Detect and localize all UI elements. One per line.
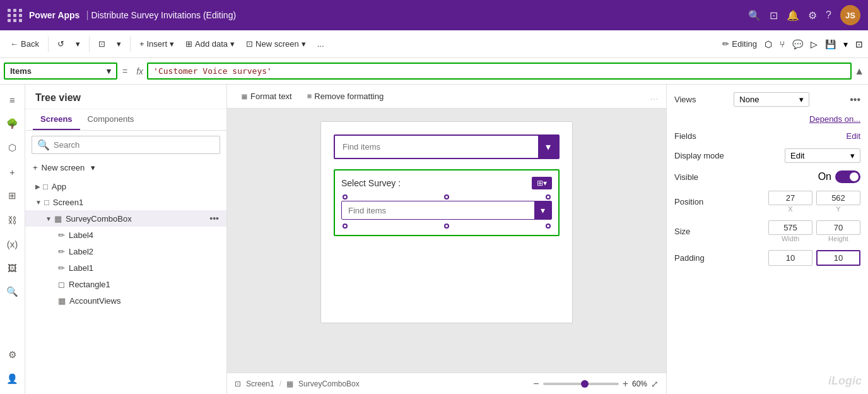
chevron-down6-icon[interactable]: ▾ — [843, 39, 848, 49]
zoom-out-button[interactable]: − — [533, 378, 539, 390]
sidebar-plus-icon[interactable]: + — [3, 162, 23, 182]
tree-item-rect1[interactable]: ◻ Rectangle1 ••• — [25, 276, 226, 292]
tab-screens[interactable]: Screens — [33, 109, 80, 130]
avatar[interactable]: JS — [840, 5, 860, 25]
clipboard-button[interactable]: ⊡ — [93, 37, 110, 51]
search-input[interactable] — [54, 140, 214, 150]
combo-more-icon[interactable]: ••• — [209, 213, 219, 224]
remove-formatting-button[interactable]: ≡ Remove formatting — [301, 89, 390, 104]
find-items-combo-inner[interactable]: ▾ — [341, 201, 552, 220]
depends-on-link[interactable]: Depends on... — [809, 114, 860, 124]
tree-item-label1[interactable]: ✏ Label1 ••• — [25, 260, 226, 276]
visible-toggle[interactable]: On — [818, 170, 860, 183]
tree-item-screen1[interactable]: ▼ □ Screen1 — [25, 194, 226, 210]
editing-text: Editing — [732, 39, 757, 49]
share-icon[interactable]: ⬡ — [765, 39, 772, 49]
search-icon[interactable]: 🔍 — [748, 9, 761, 21]
publish-icon[interactable]: ⊡ — [855, 39, 863, 49]
survey-icon-btn[interactable]: ⊞▾ — [532, 177, 552, 189]
add-data-button[interactable]: ⊞ Add data ▾ — [180, 37, 240, 51]
props-depends-row: Depends on... — [674, 114, 860, 124]
views-label: Views — [674, 95, 696, 104]
tree-item-surveycombobox[interactable]: ▼ ▦ SurveyComboBox ••• — [25, 210, 226, 227]
padding-input-2[interactable] — [816, 250, 860, 266]
tree-item-app[interactable]: ▶ □ App — [25, 179, 226, 194]
pos-x-input[interactable] — [768, 191, 812, 205]
sidebar-menu-icon[interactable]: ≡ — [3, 90, 23, 110]
display-mode-dropdown[interactable]: Edit ▾ — [785, 148, 860, 163]
sidebar-vars-icon[interactable]: (x) — [3, 234, 23, 254]
ellipsis-icon[interactable]: … — [650, 92, 659, 102]
items-dropdown[interactable]: Items ▾ — [4, 63, 117, 80]
sidebar-media-icon[interactable]: 🖼 — [3, 258, 23, 278]
padding-label: Padding — [674, 253, 705, 263]
help-icon[interactable]: ? — [826, 9, 831, 21]
padding-input-1[interactable] — [768, 250, 812, 266]
sidebar-search-icon[interactable]: 🔍 — [3, 282, 23, 302]
screen1-label[interactable]: Screen1 — [246, 379, 274, 388]
visible-label: Visible — [674, 172, 698, 182]
combobox-icon: ▦ — [54, 214, 62, 224]
remove-formatting-label: Remove formatting — [314, 92, 384, 101]
fields-edit-link[interactable]: Edit — [847, 131, 860, 141]
zoom-in-button[interactable]: + — [623, 378, 628, 390]
surveycombo-label[interactable]: SurveyComboBox — [298, 379, 360, 388]
height-input[interactable] — [816, 220, 860, 235]
find-items-combo-top[interactable]: ▾ — [334, 134, 560, 159]
sidebar-account-icon[interactable]: 👤 — [3, 369, 23, 389]
play-icon[interactable]: ▷ — [811, 39, 818, 49]
bell-icon[interactable]: 🔔 — [787, 9, 799, 21]
back-button[interactable]: ← Back — [5, 37, 44, 51]
canvas-frame: ▾ Select Survey : ⊞▾ — [320, 121, 573, 323]
grid-icon[interactable] — [8, 9, 23, 22]
chevron-down3-icon: ▾ — [170, 39, 174, 49]
find-items-input-top[interactable] — [335, 137, 538, 157]
sidebar-settings-icon[interactable]: ⚙ — [3, 345, 23, 365]
screen-icon: ⊡ — [246, 39, 253, 49]
add-data-label: Add data — [195, 39, 228, 49]
clipboard2-icon: ⊡ — [98, 39, 105, 49]
props-views-row: Views None ▾ ••• — [674, 92, 860, 107]
tab-components[interactable]: Components — [80, 109, 142, 130]
tree-item-label2[interactable]: ✏ Label2 ••• — [25, 243, 226, 260]
more-button[interactable]: ... — [312, 37, 329, 51]
format-text-button[interactable]: ≣ Format text — [235, 89, 298, 104]
connect-icon[interactable]: ⑂ — [780, 39, 785, 49]
fullscreen-button[interactable]: ⤢ — [651, 379, 659, 389]
undo-dropdown-button[interactable]: ▾ — [71, 37, 85, 51]
chevron-down7-icon: ▾ — [91, 163, 95, 172]
views-dropdown[interactable]: None ▾ — [734, 92, 809, 107]
sidebar-data-icon[interactable]: ⊞ — [3, 186, 23, 206]
back-arrow-icon: ← — [10, 39, 18, 49]
sidebar-routes-icon[interactable]: ⛓ — [3, 210, 23, 230]
undo-button[interactable]: ↺ — [52, 37, 69, 51]
width-input[interactable] — [768, 220, 812, 235]
new-screen-label: New screen — [255, 39, 299, 49]
insert-button[interactable]: + Insert ▾ — [134, 37, 179, 51]
clipboard-dropdown-button[interactable]: ▾ — [112, 37, 126, 51]
zoom-thumb — [581, 380, 589, 388]
collapse-icon[interactable]: ▲ — [854, 66, 864, 77]
save-icon[interactable]: 💾 — [825, 39, 836, 49]
toggle-track[interactable] — [835, 170, 860, 183]
sidebar-tree-icon[interactable]: 🌳 — [3, 114, 23, 134]
format-lines-icon: ≣ — [241, 92, 248, 101]
clipboard-icon[interactable]: ⊡ — [770, 9, 778, 21]
new-screen-item[interactable]: + New screen ▾ — [25, 159, 226, 176]
tree-item-label4[interactable]: ✏ Label4 ••• — [25, 227, 226, 243]
zoom-slider[interactable] — [543, 383, 619, 385]
combo-dropdown-btn-top[interactable]: ▾ — [538, 136, 558, 158]
pos-y-input[interactable] — [816, 191, 860, 205]
find-items-input-inner[interactable] — [342, 202, 534, 219]
search-box[interactable]: 🔍 — [32, 136, 220, 154]
new-screen-button[interactable]: ⊡ New screen ▾ — [241, 37, 311, 51]
combo-inner-btn[interactable]: ▾ — [534, 201, 551, 219]
back-label: Back — [21, 39, 39, 49]
formula-bar: Items ▾ = fx ▲ — [0, 58, 868, 85]
formula-input[interactable] — [147, 63, 852, 80]
gear-icon[interactable]: ⚙ — [808, 9, 817, 21]
views-more-icon[interactable]: ••• — [850, 94, 860, 105]
tree-item-accountviews[interactable]: ▦ AccountViews ••• — [25, 292, 226, 309]
sidebar-layers-icon[interactable]: ⬡ — [3, 138, 23, 158]
comment-icon[interactable]: 💬 — [792, 39, 803, 49]
